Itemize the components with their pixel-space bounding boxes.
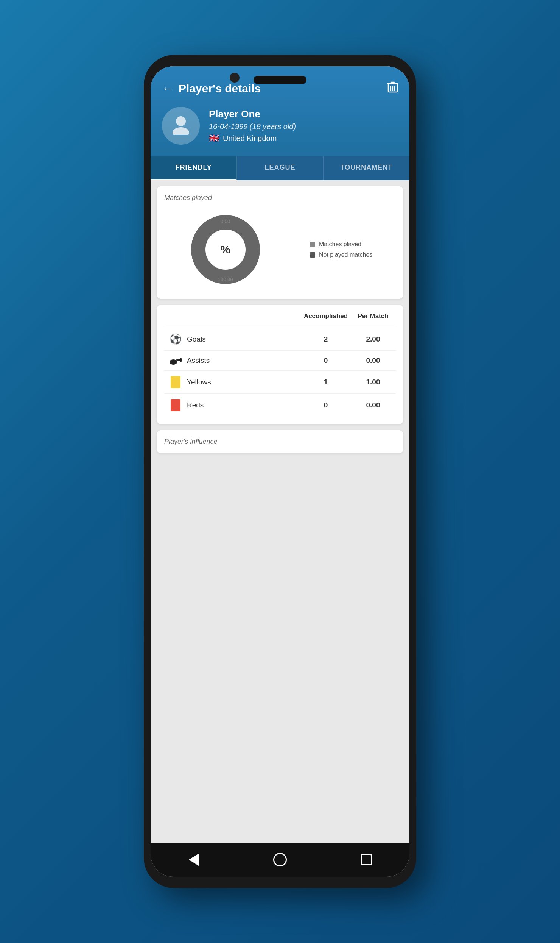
stats-card: Accomplished Per Match ⚽ Goals 2 2.00: [157, 305, 403, 424]
country-name: United Kingdom: [223, 134, 277, 143]
nav-home-button[interactable]: [271, 850, 289, 869]
donut-label-top: 0.00: [221, 219, 230, 224]
country-flag: 🇬🇧: [209, 133, 219, 143]
avatar-icon: [170, 114, 191, 138]
header-accomplished: Accomplished: [301, 312, 350, 320]
player-influence-card: Player's influence: [157, 430, 403, 453]
avatar: [162, 107, 200, 145]
svg-point-7: [173, 127, 189, 135]
stat-row-reds: Reds 0 0.00: [164, 394, 396, 417]
nav-bar: [151, 843, 409, 877]
goals-accomplished: 2: [301, 335, 350, 343]
donut-section: 0.00 % 100.00 Matches played Not played …: [164, 208, 396, 291]
reds-accomplished: 0: [301, 401, 350, 409]
reds-label: Reds: [187, 401, 301, 409]
main-content: Matches played 0.00 % 100.00: [151, 180, 409, 843]
legend-played-label: Matches played: [319, 241, 361, 248]
player-influence-title: Player's influence: [164, 438, 396, 446]
delete-button[interactable]: [387, 81, 398, 95]
header-per-match: Per Match: [350, 312, 396, 320]
back-button[interactable]: ←: [162, 83, 173, 95]
chart-legend: Matches played Not played matches: [310, 241, 372, 258]
assists-accomplished: 0: [301, 356, 350, 365]
player-info: Player One 16-04-1999 (18 years old) 🇬🇧 …: [162, 107, 398, 145]
donut-center-text: %: [220, 243, 230, 256]
yellow-card-icon: [164, 376, 187, 388]
nav-home-icon: [273, 853, 287, 866]
assists-label: Assists: [187, 356, 301, 365]
yellows-accomplished: 1: [301, 378, 350, 386]
player-dob: 16-04-1999 (18 years old): [209, 122, 296, 131]
legend-dot-not-played: [310, 252, 315, 258]
svg-point-6: [176, 116, 186, 126]
assists-icon: [164, 356, 187, 365]
nav-recent-button[interactable]: [357, 850, 376, 869]
tab-tournament[interactable]: TOURNAMENT: [324, 156, 409, 180]
matches-played-title: Matches played: [164, 194, 396, 202]
donut-label-bottom: 100.00: [218, 276, 233, 282]
nav-back-button[interactable]: [184, 850, 203, 869]
tabs-bar: FRIENDLY LEAGUE TOURNAMENT: [151, 156, 409, 180]
tab-friendly[interactable]: FRIENDLY: [151, 156, 237, 180]
legend-played: Matches played: [310, 241, 372, 248]
legend-not-played: Not played matches: [310, 251, 372, 258]
matches-played-card: Matches played 0.00 % 100.00: [157, 186, 403, 299]
tab-league[interactable]: LEAGUE: [237, 156, 323, 180]
nav-back-icon: [189, 854, 199, 866]
svg-point-11: [170, 359, 177, 365]
goals-icon: ⚽: [164, 333, 187, 345]
stats-header: Accomplished Per Match: [164, 312, 396, 325]
red-card-shape: [171, 399, 180, 411]
legend-not-played-label: Not played matches: [319, 251, 372, 258]
legend-dot-played: [310, 242, 315, 247]
goals-per-match: 2.00: [350, 335, 396, 343]
reds-per-match: 0.00: [350, 401, 396, 409]
header: ← Player's details: [151, 66, 409, 156]
assists-per-match: 0.00: [350, 356, 396, 365]
stat-row-yellows: Yellows 1 1.00: [164, 371, 396, 394]
red-card-icon: [164, 399, 187, 411]
yellows-per-match: 1.00: [350, 378, 396, 386]
phone-screen: ← Player's details: [151, 66, 409, 877]
player-country: 🇬🇧 United Kingdom: [209, 133, 296, 143]
back-arrow-icon: ←: [162, 83, 173, 95]
player-name: Player One: [209, 108, 296, 120]
donut-chart: 0.00 % 100.00: [188, 212, 263, 287]
stat-row-goals: ⚽ Goals 2 2.00: [164, 328, 396, 351]
page-title: Player's details: [179, 82, 387, 95]
player-details: Player One 16-04-1999 (18 years old) 🇬🇧 …: [209, 108, 296, 143]
yellows-label: Yellows: [187, 378, 301, 386]
phone-frame: ← Player's details: [144, 55, 416, 888]
yellow-card-shape: [171, 376, 180, 388]
trash-icon: [387, 84, 398, 95]
goals-label: Goals: [187, 335, 301, 343]
stat-row-assists: Assists 0 0.00: [164, 351, 396, 371]
stats-table: Accomplished Per Match ⚽ Goals 2 2.00: [164, 312, 396, 417]
svg-rect-13: [180, 358, 182, 362]
nav-recent-icon: [361, 854, 372, 865]
